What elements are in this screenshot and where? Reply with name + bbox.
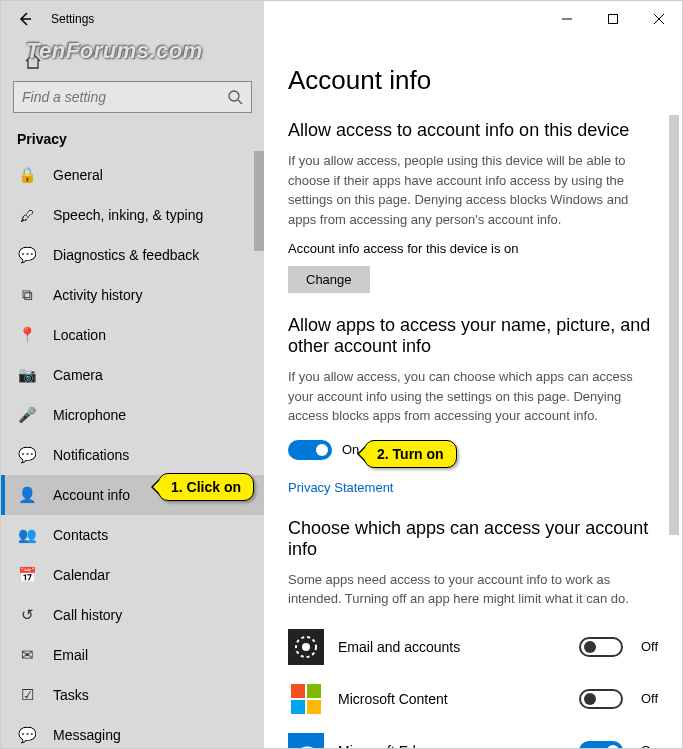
tasks-icon: ☑ — [17, 685, 37, 705]
maximize-button[interactable] — [590, 1, 636, 37]
privacy-statement-link[interactable]: Privacy Statement — [288, 480, 394, 495]
sidebar-item-label: Location — [53, 327, 106, 343]
content-pane: Account info Allow access to account inf… — [264, 1, 682, 748]
search-icon — [227, 89, 243, 105]
feedback-icon: 💬 — [17, 245, 37, 265]
section2-title: Allow apps to access your name, picture,… — [288, 315, 658, 357]
apps-access-toggle[interactable] — [288, 440, 332, 460]
titlebar-left: Settings — [1, 1, 264, 37]
app-toggle-label: On — [641, 743, 658, 748]
speech-icon: 🖊 — [17, 205, 37, 225]
category-label: Privacy — [1, 123, 264, 155]
contacts-icon: 👥 — [17, 525, 37, 545]
app-toggle-microsoft-content[interactable] — [579, 689, 623, 709]
search-input[interactable] — [22, 89, 192, 105]
sidebar-item-label: Camera — [53, 367, 103, 383]
sidebar-item-speech[interactable]: 🖊Speech, inking, & typing — [1, 195, 264, 235]
call-history-icon: ↺ — [17, 605, 37, 625]
sidebar-item-label: Call history — [53, 607, 122, 623]
camera-icon: 📷 — [17, 365, 37, 385]
svg-rect-7 — [291, 700, 305, 714]
sidebar-item-microphone[interactable]: 🎤Microphone — [1, 395, 264, 435]
app-name: Microsoft Edge — [338, 743, 579, 749]
titlebar-right — [264, 1, 682, 37]
sidebar-item-general[interactable]: 🔒General — [1, 155, 264, 195]
email-accounts-app-icon — [288, 629, 324, 665]
app-name: Microsoft Content — [338, 691, 579, 707]
sidebar-scrollbar[interactable] — [254, 151, 264, 251]
sidebar: Settings Privacy 🔒General 🖊Speech, inkin… — [1, 1, 264, 748]
sidebar-item-calendar[interactable]: 📅Calendar — [1, 555, 264, 595]
page-title: Account info — [288, 65, 658, 96]
window-title: Settings — [51, 12, 94, 26]
watermark: TenForums.com — [26, 38, 203, 64]
callout-1: 1. Click on — [158, 473, 254, 501]
app-toggle-microsoft-edge[interactable] — [579, 741, 623, 749]
svg-rect-9 — [288, 733, 324, 749]
svg-rect-1 — [609, 15, 618, 24]
sidebar-item-label: Activity history — [53, 287, 142, 303]
sidebar-item-label: Contacts — [53, 527, 108, 543]
microsoft-content-app-icon — [288, 681, 324, 717]
microsoft-edge-app-icon — [288, 733, 324, 749]
svg-rect-5 — [291, 684, 305, 698]
sidebar-item-contacts[interactable]: 👥Contacts — [1, 515, 264, 555]
microphone-icon: 🎤 — [17, 405, 37, 425]
sidebar-item-label: Speech, inking, & typing — [53, 207, 203, 223]
app-row-microsoft-edge: Microsoft Edge On — [288, 725, 658, 749]
sidebar-item-call-history[interactable]: ↺Call history — [1, 595, 264, 635]
sidebar-item-email[interactable]: ✉Email — [1, 635, 264, 675]
sidebar-item-label: Tasks — [53, 687, 89, 703]
svg-point-4 — [302, 643, 310, 651]
close-button[interactable] — [636, 1, 682, 37]
sidebar-item-label: Messaging — [53, 727, 121, 743]
sidebar-item-label: General — [53, 167, 103, 183]
email-icon: ✉ — [17, 645, 37, 665]
sidebar-item-diagnostics[interactable]: 💬Diagnostics & feedback — [1, 235, 264, 275]
nav-list: 🔒General 🖊Speech, inking, & typing 💬Diag… — [1, 155, 264, 748]
notifications-icon: 💬 — [17, 445, 37, 465]
search-box[interactable] — [13, 81, 252, 113]
app-name: Email and accounts — [338, 639, 579, 655]
account-icon: 👤 — [17, 485, 37, 505]
sidebar-item-label: Account info — [53, 487, 130, 503]
activity-icon: ⧉ — [17, 285, 37, 305]
svg-rect-8 — [307, 700, 321, 714]
app-toggle-label: Off — [641, 639, 658, 654]
section1-title: Allow access to account info on this dev… — [288, 120, 658, 141]
section3-desc: Some apps need access to your account in… — [288, 570, 658, 609]
back-button[interactable] — [9, 3, 41, 35]
svg-point-0 — [229, 91, 239, 101]
app-toggle-email-accounts[interactable] — [579, 637, 623, 657]
section1-desc: If you allow access, people using this d… — [288, 151, 658, 229]
sidebar-item-location[interactable]: 📍Location — [1, 315, 264, 355]
lock-icon: 🔒 — [17, 165, 37, 185]
sidebar-item-notifications[interactable]: 💬Notifications — [1, 435, 264, 475]
sidebar-item-tasks[interactable]: ☑Tasks — [1, 675, 264, 715]
sidebar-item-label: Microphone — [53, 407, 126, 423]
sidebar-item-label: Email — [53, 647, 88, 663]
messaging-icon: 💬 — [17, 725, 37, 745]
sidebar-item-label: Diagnostics & feedback — [53, 247, 199, 263]
app-row-microsoft-content: Microsoft Content Off — [288, 673, 658, 725]
section3-title: Choose which apps can access your accoun… — [288, 518, 658, 560]
app-toggle-label: Off — [641, 691, 658, 706]
location-icon: 📍 — [17, 325, 37, 345]
sidebar-item-activity[interactable]: ⧉Activity history — [1, 275, 264, 315]
sidebar-item-label: Notifications — [53, 447, 129, 463]
calendar-icon: 📅 — [17, 565, 37, 585]
svg-rect-6 — [307, 684, 321, 698]
sidebar-item-label: Calendar — [53, 567, 110, 583]
minimize-button[interactable] — [544, 1, 590, 37]
sidebar-item-camera[interactable]: 📷Camera — [1, 355, 264, 395]
device-access-status: Account info access for this device is o… — [288, 241, 658, 256]
change-button[interactable]: Change — [288, 266, 370, 293]
content-scrollbar[interactable] — [669, 115, 679, 535]
sidebar-item-messaging[interactable]: 💬Messaging — [1, 715, 264, 748]
callout-2: 2. Turn on — [364, 440, 457, 468]
app-row-email-accounts: Email and accounts Off — [288, 621, 658, 673]
content-scroll: Account info Allow access to account inf… — [264, 37, 682, 748]
section2-desc: If you allow access, you can choose whic… — [288, 367, 658, 426]
